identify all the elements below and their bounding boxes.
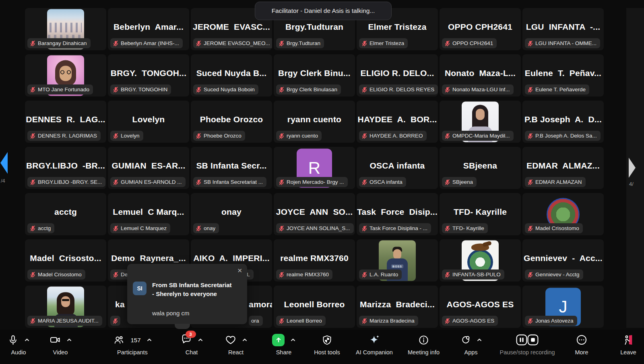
participant-name-chip: JOYCE ANN SOLINA_S... [276,223,354,233]
participant-name-label: Madel Crisostomo [535,225,579,231]
participant-tile[interactable]: onayonay [191,193,272,235]
share-screen-icon [272,334,285,346]
participant-name-label: realme RMX3760 [287,271,329,278]
participant-tile[interactable]: GUMIAN ES-AR...GUMIAN ES-ARNOLD ... [108,147,189,189]
mic-muted-icon [279,40,285,47]
toolbar-button-share[interactable]: Share [262,333,306,356]
participant-tile[interactable]: Marizza Bradeci...Marizza Bradecina [357,286,438,328]
participant-tile[interactable]: OPPO CPH2641OPPO CPH2641 [440,8,521,50]
participant-name-label: JOYCE ANN SOLINA_S... [287,225,350,231]
toolbar-label-ai-companion: AI Companion [356,349,393,356]
participant-tile[interactable]: BRGY. TONGOH...BRGY. TONGOHIN [108,54,189,97]
participant-tile[interactable]: INFANTA-SB-PULO [440,239,521,282]
toolbar-button-video[interactable]: Video [41,333,80,356]
chevron-up-icon[interactable] [25,338,29,341]
gallery-next-page-button[interactable]: 4/ [628,156,644,192]
participant-name-chip: EDMAR ALMAZAN [525,177,586,187]
participant-name-chip [110,316,120,326]
mic-muted-icon [196,179,202,185]
toolbar-button-meeting-info[interactable]: Meeting info [400,333,447,356]
participant-tile[interactable]: acctgacctg [25,193,106,235]
participant-name-label: MARIA JESUSA AUDIT... [38,318,99,324]
chat-sender-avatar: SI [133,282,147,295]
participant-name-label: TFD- Kayrille [452,225,484,231]
mic-muted-icon [113,179,119,185]
participant-name-chip: onay [193,223,219,233]
participant-tile[interactable]: RRojen Mercado- Brgy ... [274,147,355,189]
avatar-shape [482,241,492,247]
chevron-up-icon[interactable] [147,338,152,341]
participant-tile[interactable]: realme RMX3760realme RMX3760 [274,239,355,282]
participant-tile[interactable]: TFD- KayrilleTFD- Kayrille [440,193,521,235]
participant-tile[interactable]: EDMAR ALMAZ...EDMAR ALMAZAN [522,147,604,189]
participant-name-chip: HAYDEE A. BORREO [359,131,427,141]
participant-tile[interactable]: Madel Crisosto...Madel Crisostomo [25,239,106,282]
chevron-up-icon[interactable] [242,338,247,341]
participant-name-label: ELIGIO R. DELOS REYES [369,86,434,93]
participant-name-chip: Beberlyn Amar (INHS-... [110,38,183,48]
video-camera-icon [50,334,61,345]
toolbar-button-participants[interactable]: 157 Participants [102,333,163,356]
mic-muted-icon [113,225,119,232]
participant-tile[interactable]: SBjeenaSBjeena [440,147,521,189]
chevron-up-icon[interactable] [198,338,203,341]
participant-tile[interactable]: OSCA infantaOSCA infanta [357,147,438,189]
participant-tile[interactable]: Eulene T. Peñav...Eulene T. Peñaverde [522,54,604,97]
participant-tile[interactable]: MARIA JESUSA AUDIT... [25,286,106,328]
toolbar-button-audio[interactable]: Audio [0,333,37,356]
mic-muted-icon [361,40,367,47]
chat-preview-popup[interactable]: ✕ SI From SB Infanta Secretariat - Shere… [127,264,247,324]
participant-tile[interactable]: BRGY.LIBJO -BR...BRGY.LIBJO -BRGY. SE... [25,147,106,189]
chevron-up-icon[interactable] [67,338,72,341]
participant-tile[interactable]: LGU INFANTA -...LGU INFANTA - OMME... [522,8,604,50]
participant-tile[interactable]: ELIGIO R. DELO...ELIGIO R. DELOS REYES [357,54,438,97]
participant-tile[interactable]: Phoebe OrozcoPhoebe Orozco [191,101,272,143]
toolbar-button-leave[interactable]: Leave [613,333,644,356]
participant-name-label: BRGY. TONGOHIN [121,86,167,93]
mic-muted-icon [527,86,533,93]
avatar-shirt-text: BOSS [391,264,403,268]
toolbar-button-chat[interactable]: 3 Chat [167,333,216,356]
participant-tile[interactable]: OMPDC-Maria Maydil... [440,101,521,143]
participant-tile[interactable]: Nonato Maza-L...Nonato Maza-LGU Inf... [440,54,521,97]
chevron-up-icon[interactable] [477,338,482,341]
toolbar-button-ai-companion[interactable]: AI Companion [350,333,398,356]
participant-tile[interactable]: Gennievev - Acc...Gennievev - Acctg [522,239,604,282]
toolbar-button-more[interactable]: More [561,333,602,356]
participant-tile[interactable]: BOSSL.A. Ruanto [357,239,438,282]
toolbar-button-apps[interactable]: Apps [449,333,493,356]
mic-muted-icon [527,225,533,232]
participant-tile[interactable]: Madel Crisostomo [522,193,604,235]
participant-tile[interactable]: Brgy Clerk Binu...Brgy Clerk Binulasan [274,54,355,97]
info-icon [418,335,429,345]
mic-muted-icon [279,179,285,185]
participant-tile[interactable]: AGOS-AGOS ESAGOS-AGOS ES [440,286,521,328]
participant-tile[interactable]: Leonell BorreoLeonell Borreo [274,286,355,328]
participant-tile[interactable]: JOYCE ANN SO...JOYCE ANN SOLINA_S... [274,193,355,235]
participant-tile[interactable]: SB Infanta Secr...SB Infanta Secretariat… [191,147,272,189]
close-icon[interactable]: ✕ [237,267,242,274]
participant-tile[interactable]: DENNES R. LAG...DENNES R. LAGRIMAS [25,101,106,143]
participant-name-chip: Lemuel C Marquez [110,223,170,233]
participant-tile[interactable]: Beberlyn Amar...Beberlyn Amar (INHS-... [108,8,189,50]
participant-tile[interactable]: P.B Joseph A. D...P.B Joseph A. Delos Sa… [522,101,604,143]
participant-name-label: BRGY.LIBJO -BRGY. SE... [38,179,102,185]
participant-tile[interactable]: HAYDEE A. BOR...HAYDEE A. BORREO [357,101,438,143]
gallery-prev-page-button[interactable]: /4 [0,151,12,187]
toolbar-button-host-tools[interactable]: Host tools [306,333,348,356]
participant-name-chip: Brgy Clerk Binulasan [276,84,341,95]
toolbar-button-pause-stop-recording[interactable]: Pause/stop recording [496,333,559,356]
participant-name-chip: GUMIAN ES-ARNOLD ... [110,177,186,187]
participant-tile[interactable]: Suced Nuyda B...Suced Nuyda Boboin [191,54,272,97]
mic-muted-icon [30,40,36,47]
participant-tile[interactable]: MTO Jane Fortunado [25,54,106,97]
participant-tile[interactable]: Barangay Dinahican [25,8,106,50]
participant-tile[interactable]: ryann cuentoryann cuento [274,101,355,143]
participant-tile[interactable]: JJonas Astoveza [522,286,604,328]
chevron-up-icon[interactable] [291,338,295,341]
toolbar-button-react[interactable]: React [217,333,254,356]
participant-tile[interactable]: LovelynLovelyn [108,101,189,143]
participant-tile[interactable]: Lemuel C Marq...Lemuel C Marquez [108,193,189,235]
mic-muted-icon [113,40,119,47]
participant-tile[interactable]: Task Force Disip...Task Force Disiplina … [357,193,438,235]
